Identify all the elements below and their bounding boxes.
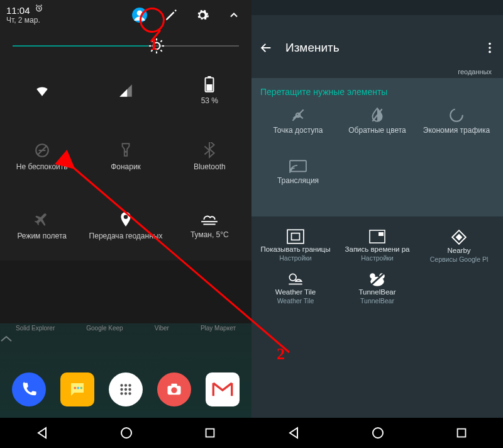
svg-line-8 (151, 40, 152, 42)
cast-tile[interactable]: Трансляция (260, 160, 336, 205)
nav-home-icon[interactable] (119, 425, 134, 440)
svg-point-32 (124, 392, 127, 395)
svg-rect-36 (171, 384, 177, 387)
nav-home-icon[interactable] (370, 425, 385, 440)
nav-back-icon[interactable] (286, 425, 301, 440)
system-tiles-section: Показывать границы Настройки Запись врем… (252, 216, 503, 311)
datasaver-tile[interactable]: Экономия трафика (419, 107, 494, 152)
app-label: Solid Explorer (16, 325, 55, 332)
tile-label: TunnelBear (358, 288, 395, 296)
weather-plugin-icon (286, 272, 305, 287)
svg-line-9 (161, 50, 162, 52)
flashlight-icon (119, 142, 133, 159)
svg-point-33 (128, 392, 131, 395)
cellular-tile[interactable] (84, 59, 167, 122)
cast-icon (289, 160, 307, 174)
brightness-slider[interactable] (0, 30, 252, 59)
location-pin-icon (119, 211, 133, 228)
svg-point-18 (124, 150, 126, 152)
more-dots-icon[interactable] (484, 41, 495, 55)
app-label: Play Маркет (201, 325, 236, 332)
quick-settings-grid: 53 % Не беспокоить Фонарик Bluetooth Реж… (0, 59, 252, 260)
tile-sub: Сервисы Google Pl (430, 255, 489, 263)
cast-label: Трансляция (277, 176, 319, 185)
invert-tile[interactable]: Обратные цвета (340, 107, 415, 152)
airplane-label: Режим полета (17, 232, 67, 240)
tile-sub: Настройки (279, 254, 312, 262)
brightness-thumb-icon[interactable] (148, 38, 165, 54)
svg-rect-14 (207, 84, 213, 91)
svg-rect-48 (287, 230, 304, 244)
tile-label: Weather Tile (275, 288, 316, 296)
weather-label: Туман, 5°C (191, 230, 229, 239)
tile-sub: TunnelBear (360, 297, 394, 305)
svg-point-2 (137, 10, 143, 16)
svg-point-41 (489, 47, 491, 49)
nav-recent-icon[interactable] (203, 426, 217, 440)
svg-point-58 (373, 428, 383, 438)
quick-settings-panel: 11:04 Чт, 2 мар. (0, 0, 252, 260)
svg-line-11 (161, 40, 162, 42)
bounds-icon (287, 229, 304, 244)
location-tile[interactable]: Передача геоданных (84, 191, 167, 260)
svg-point-38 (121, 428, 131, 438)
nearby-tile[interactable]: Nearby Сервисы Google Pl (420, 229, 498, 263)
bluetooth-tile[interactable]: Bluetooth (168, 122, 252, 191)
svg-rect-47 (290, 160, 306, 171)
svg-point-31 (120, 392, 123, 395)
invert-label: Обратные цвета (348, 126, 406, 135)
svg-rect-59 (458, 429, 466, 437)
svg-point-19 (124, 215, 128, 219)
svg-rect-39 (206, 429, 214, 437)
tile-label: Показывать границы (261, 245, 331, 253)
annotation-number-2: 2 (277, 345, 285, 364)
phone-app-icon[interactable] (12, 372, 46, 406)
svg-point-52 (289, 274, 296, 281)
signal-icon (118, 82, 134, 99)
flashlight-tile[interactable]: Фонарик (84, 122, 167, 191)
status-bar (252, 0, 503, 15)
battery-label: 53 % (201, 96, 218, 105)
wifi-tile[interactable] (0, 59, 84, 122)
svg-point-3 (153, 43, 160, 50)
user-icon[interactable] (128, 4, 151, 26)
camera-app-icon[interactable] (157, 372, 191, 406)
dnd-label: Не беспокоить (16, 162, 68, 171)
airplane-tile[interactable]: Режим полета (0, 191, 84, 260)
dnd-tile[interactable]: Не беспокоить (0, 122, 84, 191)
drawer-caret-icon[interactable] (0, 334, 252, 343)
tile-label: Nearby (447, 247, 470, 254)
collapse-chevron-icon[interactable] (223, 4, 245, 26)
svg-line-10 (151, 50, 152, 52)
messenger-app-icon[interactable] (60, 372, 94, 406)
layout-bounds-tile[interactable]: Показывать границы Настройки (257, 229, 334, 263)
record-time-tile[interactable]: Запись времени ра Настройки (338, 229, 416, 263)
nav-back-icon[interactable] (35, 425, 50, 440)
hotspot-tile[interactable]: Точка доступа (260, 107, 336, 152)
tunnelbear-tile[interactable]: TunnelBear TunnelBear (338, 272, 416, 305)
airplane-icon (34, 211, 50, 228)
app-drawer-icon[interactable] (109, 372, 143, 406)
svg-point-24 (80, 387, 83, 389)
left-screenshot: 11:04 Чт, 2 мар. (0, 0, 252, 448)
weather-tile[interactable]: Туман, 5°C (168, 191, 252, 260)
svg-rect-13 (208, 76, 211, 78)
dnd-icon (34, 142, 50, 159)
edit-pencil-icon[interactable] (160, 4, 182, 26)
gmail-app-icon[interactable] (206, 372, 240, 406)
nav-recent-icon[interactable] (455, 426, 468, 440)
nav-bar (252, 418, 503, 448)
settings-gear-icon[interactable] (191, 4, 214, 26)
drag-hint: Перетащите нужные элементы (260, 87, 494, 97)
hotspot-icon (290, 107, 306, 123)
date-text: Чт, 2 мар. (6, 16, 40, 25)
weather-tile-plugin-tile[interactable]: Weather Tile Weather Tile (257, 272, 334, 305)
datasaver-label: Экономия трафика (423, 126, 490, 135)
battery-tile[interactable]: 53 % (168, 59, 252, 122)
battery-icon (204, 76, 215, 92)
bluetooth-label: Bluetooth (194, 162, 226, 171)
back-arrow-icon[interactable] (259, 41, 273, 55)
app-label: Viber (155, 325, 169, 332)
svg-point-35 (171, 388, 177, 393)
fog-icon (200, 213, 219, 227)
